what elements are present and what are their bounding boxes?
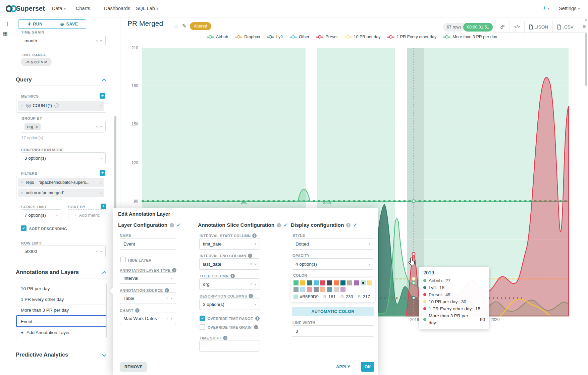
color-swatch[interactable] (334, 287, 339, 292)
chart-select[interactable]: Max Work Dates × ▾ (120, 313, 176, 324)
legend-item[interactable]: Other (289, 35, 309, 39)
color-swatch[interactable] (314, 280, 319, 285)
legend-item[interactable]: Airbnb (207, 35, 228, 39)
color-swatch[interactable] (300, 280, 305, 285)
override-time-grain-row[interactable]: OVERRIDE TIME GRAIN i (200, 324, 258, 330)
info-icon[interactable]: i (135, 308, 140, 313)
dataset-grid-icon[interactable]: ▦ (3, 30, 8, 37)
color-swatch[interactable] (314, 287, 319, 292)
export-csv-button[interactable]: .CSV (553, 21, 578, 33)
info-icon[interactable]: i (170, 223, 174, 227)
color-swatch[interactable] (293, 280, 299, 285)
color-swatch[interactable] (340, 280, 345, 285)
color-swatch[interactable] (334, 280, 339, 285)
collapse-panel-icon[interactable]: →| (3, 21, 8, 26)
altered-badge[interactable]: Altered (190, 22, 211, 30)
legend-item[interactable]: Dropbox (235, 35, 260, 39)
nav-menu-data[interactable]: Data▾ (52, 6, 66, 11)
opacity-select[interactable]: 4 option(s) ▾ (292, 258, 374, 270)
clear-icon[interactable]: × (250, 282, 252, 287)
automatic-color-button[interactable]: AUTOMATIC COLOR (292, 307, 374, 316)
metric-pill[interactable]: × f(x) COUNT(*) ? › (18, 101, 104, 111)
sidebar-scrollbar[interactable] (114, 116, 116, 210)
color-swatch[interactable] (354, 280, 359, 285)
edit-title-icon[interactable]: ✎ (182, 23, 186, 29)
settings-menu[interactable]: Settings▾ (559, 6, 580, 11)
ok-button[interactable]: OK (361, 362, 374, 372)
description-columns-select[interactable]: 3 option(s) ▾ (199, 299, 260, 310)
more-options-button[interactable]: ≡ (578, 21, 588, 33)
sort-by-add-metric[interactable]: + Add metric (68, 209, 106, 221)
color-swatch[interactable] (300, 287, 305, 292)
annotation-layer-type-select[interactable]: Interval ▾ (120, 272, 176, 284)
nav-menu-charts[interactable]: Charts (76, 6, 90, 11)
superset-logo-icon[interactable] (6, 4, 17, 13)
info-icon[interactable]: i (165, 288, 169, 292)
contribution-mode-select[interactable]: 3 option(s) ▾ (21, 152, 106, 164)
nav-menu-dashboards[interactable]: Dashboards (104, 6, 130, 11)
info-icon[interactable]: i (346, 223, 351, 227)
remove-metric-icon[interactable]: × (21, 103, 23, 108)
color-swatch[interactable] (307, 287, 312, 292)
brand-title[interactable]: Superset (16, 5, 45, 12)
legend-item[interactable]: Lyft (267, 35, 283, 39)
favorite-star-icon[interactable]: ☆ (173, 23, 179, 30)
legend-item[interactable]: 10 PR per day (344, 35, 381, 39)
clear-icon[interactable]: × (95, 124, 98, 129)
remove-button[interactable]: REMOVE (120, 362, 147, 372)
filter-pill[interactable]: × repo = 'apache/incubator-supers... › (18, 178, 104, 187)
remove-filter-icon[interactable]: × (21, 191, 23, 195)
info-icon[interactable]: i (255, 316, 260, 321)
clear-icon[interactable]: × (166, 296, 168, 301)
annotation-layer-item[interactable]: 10 PR per day (16, 283, 106, 294)
interval-end-select[interactable]: last_date × ▾ (199, 258, 260, 270)
style-select[interactable]: Dotted ▾ (292, 238, 374, 250)
annotation-layer-item[interactable]: More than 3 PR per day (16, 305, 106, 315)
info-icon[interactable]: i (254, 325, 258, 329)
clear-icon[interactable]: × (250, 262, 252, 267)
info-icon[interactable]: i (249, 294, 253, 298)
save-button[interactable]: ⊕ SAVE (52, 20, 86, 29)
info-icon[interactable]: i (248, 254, 252, 258)
chevron-right-icon[interactable]: › (100, 103, 102, 108)
color-swatch-selected[interactable] (361, 280, 366, 285)
new-item-button[interactable]: +▾ (543, 5, 549, 11)
legend-item[interactable]: More than 3 PR per day (443, 35, 497, 39)
chevron-right-icon[interactable]: › (100, 180, 102, 185)
run-button[interactable]: RUN (18, 20, 52, 29)
filter-pill[interactable]: × action = 'pr_merged' › (18, 189, 104, 197)
clear-icon[interactable]: × (166, 316, 168, 321)
row-limit-select[interactable]: 50000 × ▾ (21, 246, 106, 257)
remove-filter-icon[interactable]: × (21, 180, 23, 185)
color-swatch[interactable] (327, 280, 332, 285)
time-shift-input[interactable] (199, 340, 260, 352)
override-time-range-row[interactable]: ✓ OVERRIDE TIME RANGE i (200, 316, 260, 321)
hide-layer-checkbox[interactable] (120, 257, 126, 262)
color-swatch[interactable] (320, 287, 325, 292)
clear-icon[interactable]: × (95, 38, 98, 43)
time-grain-select[interactable]: month × ▾ (21, 35, 106, 46)
clear-icon[interactable]: × (95, 249, 98, 254)
color-swatch[interactable] (293, 287, 299, 292)
color-swatch[interactable] (320, 280, 325, 285)
add-metric-button[interactable]: + (100, 93, 105, 99)
interval-start-select[interactable]: first_date ▾ (199, 238, 260, 250)
embed-code-button[interactable]: </> (510, 21, 525, 33)
add-sort-metric-button[interactable]: + (101, 204, 106, 209)
chevron-right-icon[interactable]: › (100, 191, 102, 196)
color-swatch[interactable] (307, 280, 312, 285)
remove-tag-icon[interactable]: × (36, 125, 38, 129)
info-icon[interactable]: i (223, 336, 227, 340)
title-column-select[interactable]: org × ▾ (199, 278, 260, 290)
sort-descending-checkbox[interactable]: ✓ (21, 225, 26, 231)
info-icon[interactable]: i (277, 223, 281, 227)
nav-menu-sqllab[interactable]: SQL Lab▾ (136, 6, 158, 11)
add-annotation-layer-button[interactable]: + Add Annotation Layer (16, 327, 106, 338)
time-range-pill[interactable]: -∞ ≤ col < ∞ (21, 58, 52, 66)
series-limit-select[interactable]: 7 option(s) ▾ (21, 209, 61, 221)
annotation-source-select[interactable]: Table × ▾ (120, 292, 176, 304)
export-json-button[interactable]: .JSON (525, 21, 553, 33)
group-by-select[interactable]: org× × ▾ (21, 121, 106, 132)
color-swatch[interactable] (327, 287, 332, 292)
apply-button[interactable]: APPLY (333, 362, 354, 372)
